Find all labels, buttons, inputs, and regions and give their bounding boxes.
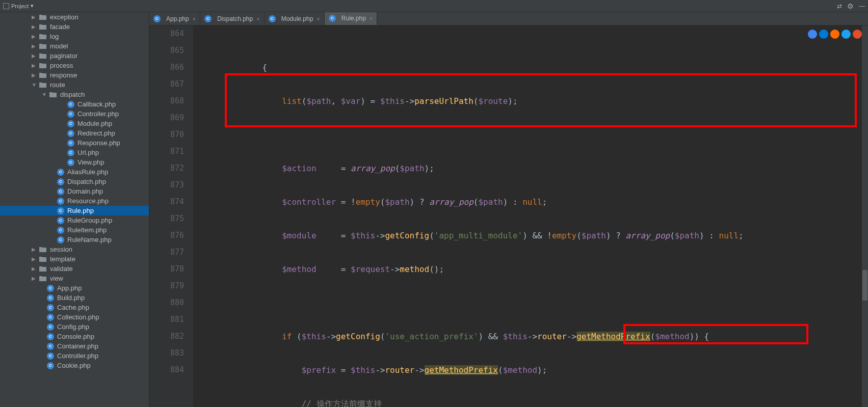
tree-item-dispatch[interactable]: dispatch	[0, 90, 149, 99]
tree-item-cookie-php[interactable]: CCookie.php	[0, 361, 149, 370]
tree-item-callback-php[interactable]: CCallback.php	[0, 99, 149, 109]
collapse-icon[interactable]	[859, 2, 865, 10]
tree-item-dispatch-php[interactable]: CDispatch.php	[0, 177, 149, 186]
tree-item-route[interactable]: route	[0, 80, 149, 90]
tab-dispatch-php[interactable]: CDispatch.php×	[200, 12, 264, 25]
browser-icon-3[interactable]	[841, 30, 851, 39]
tree-item-ruleitem-php[interactable]: CRuleItem.php	[0, 225, 149, 235]
toolbar: Project ▾	[0, 0, 868, 12]
folder-icon	[39, 33, 47, 40]
tree-item-console-php[interactable]: CConsole.php	[0, 332, 149, 341]
tree-item-label: Config.php	[57, 323, 89, 331]
close-icon[interactable]: ×	[193, 16, 196, 22]
tree-item-label: RuleGroup.php	[67, 216, 112, 224]
tree-item-collection-php[interactable]: CCollection.php	[0, 312, 149, 322]
tree-item-session[interactable]: session	[0, 245, 149, 254]
php-file-icon: C	[47, 333, 54, 340]
php-file-icon: C	[57, 217, 64, 224]
tree-item-rulename-php[interactable]: CRuleName.php	[0, 235, 149, 245]
tree-arrow-icon[interactable]	[32, 276, 39, 281]
tree-item-label: Response.php	[77, 139, 120, 147]
tree-item-process[interactable]: process	[0, 61, 149, 70]
tree-item-facade[interactable]: facade	[0, 22, 149, 32]
tree-item-controller-php[interactable]: CController.php	[0, 351, 149, 361]
tree-item-container-php[interactable]: CContainer.php	[0, 341, 149, 351]
tree-item-template[interactable]: template	[0, 254, 149, 264]
tree-item-controller-php[interactable]: CController.php	[0, 109, 149, 119]
line-number: 868	[149, 93, 184, 110]
tree-item-label: Container.php	[57, 342, 98, 350]
project-dropdown[interactable]: Project ▾	[3, 3, 34, 9]
line-number: 878	[149, 261, 184, 278]
browser-icon-2[interactable]	[830, 30, 839, 39]
php-file-icon: C	[57, 169, 64, 176]
tree-item-config-php[interactable]: CConfig.php	[0, 322, 149, 332]
tree-item-redirect-php[interactable]: CRedirect.php	[0, 128, 149, 138]
tree-item-label: Console.php	[57, 333, 94, 340]
project-tree[interactable]: exceptionfacadelogmodelpaginatorprocessr…	[0, 12, 149, 407]
tree-item-domain-php[interactable]: CDomain.php	[0, 186, 149, 196]
tree-item-validate[interactable]: validate	[0, 264, 149, 274]
tree-arrow-icon[interactable]	[32, 43, 39, 49]
tree-item-rule-php[interactable]: CRule.php	[0, 206, 149, 215]
tree-item-cache-php[interactable]: CCache.php	[0, 303, 149, 312]
close-icon[interactable]: ×	[370, 15, 373, 21]
tree-arrow-icon[interactable]	[32, 72, 39, 78]
code-content[interactable]: { list($path, $var) = $this->parseUrlPat…	[193, 25, 868, 407]
tree-item-log[interactable]: log	[0, 32, 149, 41]
php-file-icon: C	[57, 207, 64, 214]
tree-arrow-icon[interactable]	[42, 92, 49, 97]
tree-arrow-icon[interactable]	[32, 53, 39, 59]
scroll-thumb[interactable]	[862, 270, 867, 301]
tree-item-response[interactable]: response	[0, 70, 149, 80]
line-number: 874	[149, 194, 184, 210]
tree-arrow-icon[interactable]	[32, 247, 39, 252]
browser-icon-1[interactable]	[819, 30, 828, 39]
gutter: 8648658668678688698708718728738748758768…	[149, 25, 193, 407]
tree-item-resource-php[interactable]: CResource.php	[0, 196, 149, 206]
code-area: 8648658668678688698708718728738748758768…	[149, 25, 868, 407]
php-file-icon: C	[67, 120, 74, 127]
tree-item-url-php[interactable]: CUrl.php	[0, 148, 149, 157]
tree-arrow-icon[interactable]	[32, 24, 39, 30]
folder-icon	[39, 62, 47, 69]
chevron-down-icon: ▾	[31, 3, 34, 9]
tree-item-paginator[interactable]: paginator	[0, 51, 149, 61]
browser-icon-4[interactable]	[853, 30, 862, 39]
browser-icon-0[interactable]	[808, 30, 817, 39]
scrollbar-vertical[interactable]	[862, 25, 868, 407]
tree-arrow-icon[interactable]	[32, 82, 39, 88]
tree-item-model[interactable]: model	[0, 41, 149, 51]
tree-item-rulegroup-php[interactable]: CRuleGroup.php	[0, 215, 149, 225]
tree-arrow-icon[interactable]	[32, 34, 39, 39]
tree-item-build-php[interactable]: CBuild.php	[0, 293, 149, 303]
tree-item-view-php[interactable]: CView.php	[0, 157, 149, 167]
folder-icon	[39, 246, 47, 253]
tree-arrow-icon[interactable]	[32, 14, 39, 20]
tab-rule-php[interactable]: CRule.php×	[325, 12, 377, 25]
tree-item-app-php[interactable]: CApp.php	[0, 283, 149, 293]
tree-arrow-icon[interactable]	[32, 256, 39, 262]
tree-item-label: Resource.php	[67, 197, 109, 205]
php-file-icon: C	[269, 15, 276, 22]
folder-icon	[39, 23, 47, 31]
close-icon[interactable]: ×	[256, 16, 259, 22]
tab-module-php[interactable]: CModule.php×	[265, 12, 325, 25]
tree-item-label: log	[50, 33, 59, 40]
tree-item-module-php[interactable]: CModule.php	[0, 119, 149, 128]
tree-item-label: AliasRule.php	[67, 168, 108, 176]
tree-arrow-icon[interactable]	[32, 63, 39, 68]
tree-arrow-icon[interactable]	[32, 266, 39, 272]
gear-icon[interactable]	[847, 2, 854, 10]
tree-item-response-php[interactable]: CResponse.php	[0, 138, 149, 148]
tree-item-label: Controller.php	[77, 110, 119, 118]
php-file-icon: C	[57, 178, 64, 185]
tree-item-label: Domain.php	[67, 187, 103, 195]
sliders-icon[interactable]	[837, 2, 842, 10]
tree-item-view[interactable]: view	[0, 274, 149, 283]
tab-app-php[interactable]: CApp.php×	[149, 12, 200, 25]
tree-item-aliasrule-php[interactable]: CAliasRule.php	[0, 167, 149, 177]
close-icon[interactable]: ×	[317, 16, 320, 22]
tree-item-label: facade	[50, 23, 70, 31]
tree-item-exception[interactable]: exception	[0, 12, 149, 22]
